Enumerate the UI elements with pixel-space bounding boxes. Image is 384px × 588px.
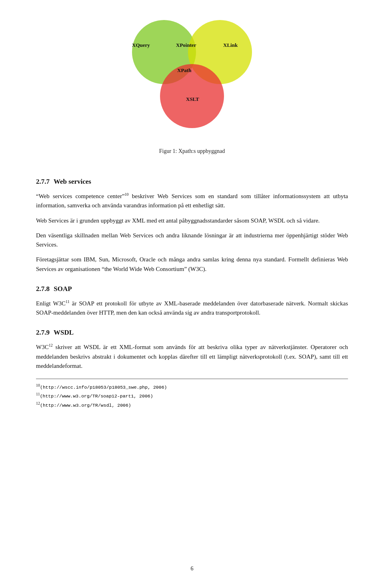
page: XQuery XPointer XLink XPath XSLT Figur 1… <box>0 0 384 588</box>
section-title-2-7-7: Web services <box>54 178 91 185</box>
footnote-12: 12(http://www.w3.org/TR/wsdl, 2006) <box>36 400 348 409</box>
label-xlink: XLink <box>223 42 238 48</box>
section-number-2-7-8: 2.7.8 <box>36 285 50 293</box>
label-xpointer: XPointer <box>176 42 196 48</box>
figure-caption: Figur 1: Xpath:s uppbyggnad <box>159 148 225 155</box>
section-2-7-8-para-1: Enligt W3C11 är SOAP ett protokoll för u… <box>36 299 348 318</box>
label-xpath: XPath <box>177 67 191 74</box>
page-number: 6 <box>191 566 194 572</box>
section-title-2-7-8: SOAP <box>54 285 72 293</box>
section-2-7-7-para-1: “Web services competence center”10 beskr… <box>36 191 348 211</box>
footnote-11: 11(http://www.w3.org/TR/soap12-part1, 20… <box>36 391 348 400</box>
section-number-2-7-7: 2.7.7 <box>36 178 50 185</box>
page-footer: 6 <box>0 565 384 572</box>
section-2-7-7-para-4: Företagsjättar som IBM, Sun, Microsoft, … <box>36 255 348 274</box>
footnotes: 10(http://wscc.info/p18053/p18053_swe.ph… <box>36 379 348 409</box>
venn-diagram-container: XQuery XPointer XLink XPath XSLT Figur 1… <box>36 20 348 167</box>
footnote-10: 10(http://wscc.info/p18053/p18053_swe.ph… <box>36 382 348 391</box>
section-2-7-9-para-1: W3C12 skriver att WSDL är ett XML-format… <box>36 342 348 371</box>
section-heading-2-7-9: 2.7.9 WSDL <box>36 329 348 337</box>
section-title-2-7-9: WSDL <box>54 329 74 336</box>
section-heading-2-7-8: 2.7.8 SOAP <box>36 285 348 293</box>
section-number-2-7-9: 2.7.9 <box>36 329 50 336</box>
label-xquery: XQuery <box>132 42 150 48</box>
label-xslt: XSLT <box>186 96 199 102</box>
section-2-7-7-para-2: Web Services är i grunden uppbyggt av XM… <box>36 216 348 225</box>
section-2-7-7: 2.7.7 Web services “Web services compete… <box>36 178 348 274</box>
section-2-7-8: 2.7.8 SOAP Enligt W3C11 är SOAP ett prot… <box>36 285 348 318</box>
section-2-7-7-para-3: Den väsentliga skillnaden mellan Web Ser… <box>36 231 348 250</box>
section-2-7-9: 2.7.9 WSDL W3C12 skriver att WSDL är ett… <box>36 329 348 371</box>
venn-diagram: XQuery XPointer XLink XPath XSLT <box>124 20 260 140</box>
section-heading-2-7-7: 2.7.7 Web services <box>36 178 348 186</box>
